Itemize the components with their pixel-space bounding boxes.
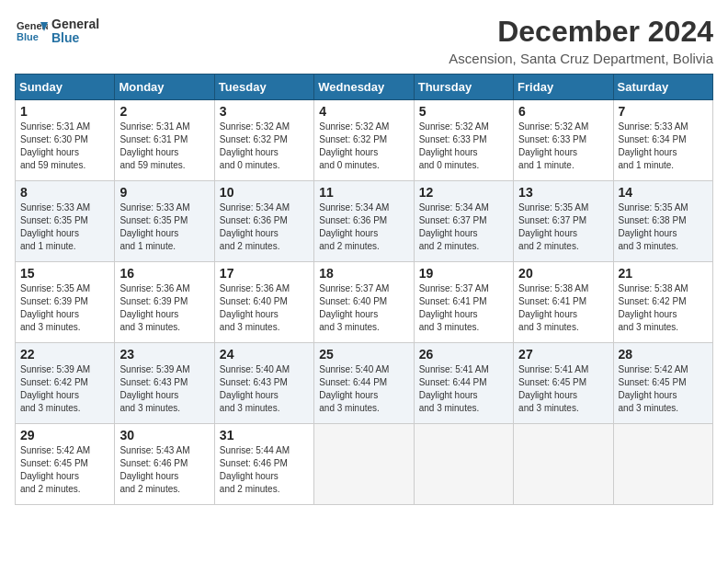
- day-number: 30: [119, 428, 209, 442]
- day-number: 13: [518, 185, 608, 200]
- day-info: Sunrise: 5:42 AMSunset: 6:45 PMDaylight …: [20, 444, 109, 496]
- day-header-tuesday: Tuesday: [214, 75, 313, 100]
- day-number: 11: [319, 185, 408, 200]
- calendar-cell: 21Sunrise: 5:38 AMSunset: 6:42 PMDayligh…: [613, 262, 712, 343]
- calendar-cell: 17Sunrise: 5:36 AMSunset: 6:40 PMDayligh…: [214, 262, 313, 343]
- day-number: 3: [220, 104, 309, 119]
- day-header-thursday: Thursday: [414, 75, 513, 100]
- calendar-cell: 29Sunrise: 5:42 AMSunset: 6:45 PMDayligh…: [16, 424, 115, 505]
- calendar-cell: [314, 424, 414, 505]
- day-header-friday: Friday: [514, 75, 613, 100]
- calendar-cell: 16Sunrise: 5:36 AMSunset: 6:39 PMDayligh…: [115, 262, 214, 343]
- day-number: 31: [220, 428, 309, 442]
- day-info: Sunrise: 5:32 AMSunset: 6:32 PMDaylight …: [220, 121, 309, 172]
- calendar-week-2: 8Sunrise: 5:33 AMSunset: 6:35 PMDaylight…: [16, 181, 713, 262]
- day-number: 16: [119, 266, 209, 281]
- calendar-cell: 10Sunrise: 5:34 AMSunset: 6:36 PMDayligh…: [214, 181, 313, 262]
- day-header-sunday: Sunday: [16, 75, 115, 100]
- day-info: Sunrise: 5:32 AMSunset: 6:33 PMDaylight …: [518, 121, 608, 172]
- calendar-cell: 15Sunrise: 5:35 AMSunset: 6:39 PMDayligh…: [16, 262, 115, 343]
- day-number: 4: [319, 104, 408, 119]
- calendar-cell: 4Sunrise: 5:32 AMSunset: 6:32 PMDaylight…: [314, 100, 414, 181]
- calendar-cell: 8Sunrise: 5:33 AMSunset: 6:35 PMDaylight…: [16, 181, 115, 262]
- calendar-cell: 14Sunrise: 5:35 AMSunset: 6:38 PMDayligh…: [613, 181, 712, 262]
- day-info: Sunrise: 5:35 AMSunset: 6:38 PMDaylight …: [619, 201, 708, 253]
- day-info: Sunrise: 5:36 AMSunset: 6:39 PMDaylight …: [119, 282, 209, 334]
- location-title: Ascension, Santa Cruz Department, Bolivi…: [449, 51, 713, 66]
- calendar-week-1: 1Sunrise: 5:31 AMSunset: 6:30 PMDaylight…: [16, 100, 713, 181]
- calendar-cell: 25Sunrise: 5:40 AMSunset: 6:44 PMDayligh…: [314, 343, 414, 424]
- day-info: Sunrise: 5:37 AMSunset: 6:41 PMDaylight …: [419, 282, 508, 334]
- day-info: Sunrise: 5:40 AMSunset: 6:43 PMDaylight …: [220, 363, 309, 415]
- calendar-cell: 23Sunrise: 5:39 AMSunset: 6:43 PMDayligh…: [115, 343, 214, 424]
- day-number: 12: [419, 185, 508, 200]
- calendar-cell: 13Sunrise: 5:35 AMSunset: 6:37 PMDayligh…: [514, 181, 613, 262]
- day-number: 5: [419, 104, 508, 119]
- calendar-cell: 6Sunrise: 5:32 AMSunset: 6:33 PMDaylight…: [514, 100, 613, 181]
- calendar-cell: 9Sunrise: 5:33 AMSunset: 6:35 PMDaylight…: [115, 181, 214, 262]
- day-info: Sunrise: 5:37 AMSunset: 6:40 PMDaylight …: [319, 282, 408, 334]
- calendar-cell: 27Sunrise: 5:41 AMSunset: 6:45 PMDayligh…: [514, 343, 613, 424]
- calendar-cell: 3Sunrise: 5:32 AMSunset: 6:32 PMDaylight…: [214, 100, 313, 181]
- calendar-week-4: 22Sunrise: 5:39 AMSunset: 6:42 PMDayligh…: [16, 343, 713, 424]
- calendar-cell: 11Sunrise: 5:34 AMSunset: 6:36 PMDayligh…: [314, 181, 414, 262]
- calendar-cell: 26Sunrise: 5:41 AMSunset: 6:44 PMDayligh…: [414, 343, 513, 424]
- calendar-week-3: 15Sunrise: 5:35 AMSunset: 6:39 PMDayligh…: [16, 262, 713, 343]
- calendar-cell: 1Sunrise: 5:31 AMSunset: 6:30 PMDaylight…: [16, 100, 115, 181]
- day-info: Sunrise: 5:35 AMSunset: 6:39 PMDaylight …: [20, 282, 109, 334]
- calendar-cell: 2Sunrise: 5:31 AMSunset: 6:31 PMDaylight…: [115, 100, 214, 181]
- calendar-cell: 30Sunrise: 5:43 AMSunset: 6:46 PMDayligh…: [115, 424, 214, 505]
- day-info: Sunrise: 5:38 AMSunset: 6:41 PMDaylight …: [518, 282, 608, 334]
- day-info: Sunrise: 5:34 AMSunset: 6:36 PMDaylight …: [220, 201, 309, 253]
- day-number: 25: [319, 347, 408, 362]
- logo: General Blue General Blue: [15, 15, 99, 48]
- logo-blue: Blue: [51, 31, 99, 45]
- day-info: Sunrise: 5:32 AMSunset: 6:32 PMDaylight …: [319, 121, 408, 172]
- day-info: Sunrise: 5:34 AMSunset: 6:36 PMDaylight …: [319, 201, 408, 253]
- logo-icon: General Blue: [15, 15, 48, 48]
- day-number: 6: [518, 104, 608, 119]
- calendar-cell: 5Sunrise: 5:32 AMSunset: 6:33 PMDaylight…: [414, 100, 513, 181]
- title-area: December 2024 Ascension, Santa Cruz Depa…: [449, 15, 713, 66]
- header: General Blue General Blue December 2024 …: [15, 15, 713, 66]
- calendar-cell: 18Sunrise: 5:37 AMSunset: 6:40 PMDayligh…: [314, 262, 414, 343]
- header-row: SundayMondayTuesdayWednesdayThursdayFrid…: [16, 75, 713, 100]
- day-number: 14: [619, 185, 708, 200]
- day-info: Sunrise: 5:40 AMSunset: 6:44 PMDaylight …: [319, 363, 408, 415]
- day-header-monday: Monday: [115, 75, 214, 100]
- calendar-cell: 24Sunrise: 5:40 AMSunset: 6:43 PMDayligh…: [214, 343, 313, 424]
- month-title: December 2024: [449, 15, 713, 49]
- day-info: Sunrise: 5:43 AMSunset: 6:46 PMDaylight …: [119, 444, 209, 496]
- calendar-cell: [613, 424, 712, 505]
- day-info: Sunrise: 5:44 AMSunset: 6:46 PMDaylight …: [220, 444, 309, 496]
- calendar-cell: 7Sunrise: 5:33 AMSunset: 6:34 PMDaylight…: [613, 100, 712, 181]
- day-number: 20: [518, 266, 608, 281]
- day-info: Sunrise: 5:41 AMSunset: 6:44 PMDaylight …: [419, 363, 508, 415]
- day-info: Sunrise: 5:42 AMSunset: 6:45 PMDaylight …: [619, 363, 708, 415]
- day-info: Sunrise: 5:31 AMSunset: 6:31 PMDaylight …: [119, 121, 209, 172]
- calendar: SundayMondayTuesdayWednesdayThursdayFrid…: [15, 74, 713, 505]
- day-number: 15: [20, 266, 109, 281]
- day-number: 22: [20, 347, 109, 362]
- day-number: 19: [419, 266, 508, 281]
- day-number: 10: [220, 185, 309, 200]
- calendar-cell: 12Sunrise: 5:34 AMSunset: 6:37 PMDayligh…: [414, 181, 513, 262]
- day-info: Sunrise: 5:39 AMSunset: 6:43 PMDaylight …: [119, 363, 209, 415]
- day-number: 24: [220, 347, 309, 362]
- day-number: 8: [20, 185, 109, 200]
- calendar-week-5: 29Sunrise: 5:42 AMSunset: 6:45 PMDayligh…: [16, 424, 713, 505]
- day-info: Sunrise: 5:33 AMSunset: 6:34 PMDaylight …: [619, 121, 708, 172]
- day-info: Sunrise: 5:32 AMSunset: 6:33 PMDaylight …: [419, 121, 508, 172]
- day-info: Sunrise: 5:31 AMSunset: 6:30 PMDaylight …: [20, 121, 109, 172]
- svg-text:Blue: Blue: [17, 31, 39, 42]
- calendar-cell: 20Sunrise: 5:38 AMSunset: 6:41 PMDayligh…: [514, 262, 613, 343]
- day-info: Sunrise: 5:38 AMSunset: 6:42 PMDaylight …: [619, 282, 708, 334]
- calendar-cell: 28Sunrise: 5:42 AMSunset: 6:45 PMDayligh…: [613, 343, 712, 424]
- day-number: 29: [20, 428, 109, 442]
- day-info: Sunrise: 5:41 AMSunset: 6:45 PMDaylight …: [518, 363, 608, 415]
- calendar-cell: 19Sunrise: 5:37 AMSunset: 6:41 PMDayligh…: [414, 262, 513, 343]
- day-number: 26: [419, 347, 508, 362]
- day-info: Sunrise: 5:35 AMSunset: 6:37 PMDaylight …: [518, 201, 608, 253]
- day-number: 18: [319, 266, 408, 281]
- calendar-cell: [414, 424, 513, 505]
